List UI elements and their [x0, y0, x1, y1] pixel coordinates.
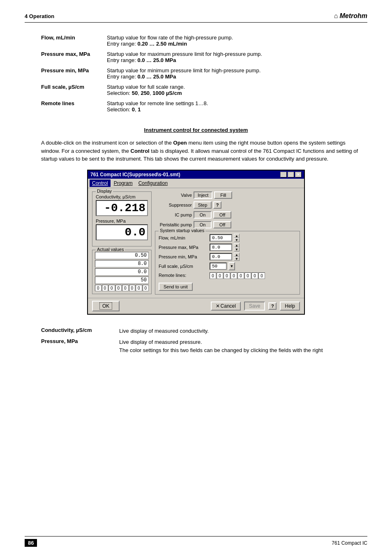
table-row: Pressure min, MPa Startup value for mini… [25, 65, 367, 82]
actual-remote-lines: 0 0 0 0 0 0 0 0 [95, 285, 149, 291]
remote-startup-3[interactable]: 0 [231, 272, 237, 279]
param-desc-pressure-min: Startup value for minimum pressure limit… [99, 65, 367, 82]
startup-pressure-max-label: Pressure max, MPa [159, 245, 208, 250]
remote-actual-7: 0 [143, 285, 149, 291]
peristaltic-on-button[interactable]: On [194, 221, 212, 228]
titlebar-buttons: _ □ ✕ [280, 172, 302, 177]
startup-values-group: System startup values Flow, mL/min ▲ ▼ [155, 231, 300, 295]
pressure-display[interactable]: 0.0 [96, 224, 148, 240]
actual-value-flow: 0.50 [95, 252, 149, 259]
remote-actual-1: 0 [102, 285, 108, 291]
bottom-pressure-text: Live display of measured pressure. [119, 339, 202, 345]
param-desc-flow: Startup value for flow rate of the high-… [99, 32, 367, 49]
minimize-button[interactable]: _ [280, 172, 287, 177]
chapter-title: 4 Operation [25, 13, 54, 19]
startup-fullscale-label: Full scale, µS/cm [159, 264, 208, 269]
cancel-x-icon: ✕ [216, 303, 220, 309]
ic-pump-off-button[interactable]: Off [213, 211, 231, 219]
bottom-params: Conductivity, µS/cm Live display of meas… [25, 327, 367, 355]
left-panel: Display Conductivity, µS/cm -0.218 Press… [92, 191, 152, 295]
suppressor-step-button[interactable]: Step [194, 201, 212, 209]
remote-startup-2[interactable]: 0 [224, 272, 230, 279]
close-button[interactable]: ✕ [295, 172, 302, 177]
bottom-pressure-value: Live display of measured pressure. The c… [119, 338, 367, 354]
tab-control[interactable]: Control [90, 180, 111, 187]
cancel-button[interactable]: ✕ Cancel [211, 302, 241, 311]
remote-startup-7[interactable]: 0 [258, 272, 265, 279]
body-text: A double-click on the instrument icon or… [25, 139, 367, 163]
peristaltic-off-button[interactable]: Off [213, 221, 231, 228]
ic-pump-on-button[interactable]: On [194, 211, 212, 219]
help-label: Help [285, 303, 295, 309]
actual-values-group: Actual values 0.50 8.0 0.0 50 0 0 0 0 0 [92, 250, 152, 294]
suppressor-help-button[interactable]: ? [213, 201, 221, 209]
bottom-pressure-label: Pressure, MPa [41, 338, 107, 354]
valve-inject-button[interactable]: Inject [194, 191, 212, 199]
startup-flow-input[interactable] [210, 234, 232, 242]
tab-program[interactable]: Program [111, 180, 135, 187]
remote-startup-0[interactable]: 0 [210, 272, 216, 279]
peristaltic-row: Peristaltic pump On Off [155, 221, 300, 228]
suppressor-label: Suppressor [155, 203, 192, 207]
remote-startup-5[interactable]: 0 [244, 272, 251, 279]
valve-label: Valve [155, 193, 192, 198]
startup-pressure-min-input[interactable] [210, 253, 232, 260]
spin-down[interactable]: ▼ [234, 247, 240, 251]
param-label-flow: Flow, mL/min [25, 32, 99, 49]
param-label-pressure-max: Pressure max, MPa [25, 49, 99, 65]
ic-pump-row: IC pump On Off [155, 211, 300, 219]
actual-value-fullscale: 50 [95, 276, 149, 284]
spin-up[interactable]: ▲ [234, 243, 240, 247]
dialog-title: 761 Compact IC(Suppressed\s-01.smt) [90, 172, 180, 177]
startup-remote-row: Remote lines: 0 0 0 0 0 0 0 0 [159, 272, 296, 279]
conductivity-label: Conductivity, µS/cm [96, 194, 148, 199]
help-button[interactable]: Help [280, 302, 300, 311]
actual-value-pressure-max: 8.0 [95, 260, 149, 267]
metrohm-logo: ⌂ Metrohm [334, 12, 367, 20]
spin-up[interactable]: ▲ [234, 234, 240, 238]
actual-value-pressure-min: 0.0 [95, 268, 149, 276]
table-row: Pressure max, MPa Startup value for maxi… [25, 49, 367, 65]
remote-startup-4[interactable]: 0 [238, 272, 244, 279]
conductivity-display[interactable]: -0.218 [96, 200, 148, 216]
spin-down[interactable]: ▼ [234, 238, 240, 242]
table-row: Flow, mL/min Startup value for flow rate… [25, 32, 367, 49]
valve-fill-button[interactable]: Fill [214, 191, 232, 199]
footer-left: OK [92, 301, 120, 311]
remote-actual-6: 0 [136, 285, 142, 291]
bottom-param-pressure: Pressure, MPa Live display of measured p… [41, 338, 367, 354]
startup-remote-boxes: 0 0 0 0 0 0 0 0 [210, 272, 265, 279]
startup-pressure-min-spinner: ▲ ▼ [234, 253, 240, 261]
table-row: Remote lines Startup value for remote li… [25, 98, 367, 115]
tab-configuration[interactable]: Configuration [136, 180, 170, 187]
startup-fullscale-input[interactable] [210, 263, 227, 270]
dialog-wrapper: 761 Compact IC(Suppressed\s-01.smt) _ □ … [25, 170, 367, 315]
restore-button[interactable]: □ [288, 172, 294, 177]
footer-right: ✕ Cancel Save ? Help [211, 302, 300, 311]
save-button[interactable]: Save [244, 302, 265, 311]
send-to-unit-button[interactable]: Send to unit [159, 283, 193, 291]
remote-startup-1[interactable]: 0 [217, 272, 223, 279]
remote-actual-3: 0 [115, 285, 122, 291]
dialog-body: Display Conductivity, µS/cm -0.218 Press… [88, 188, 304, 298]
fullscale-dropdown-button[interactable]: ▼ [228, 262, 235, 270]
startup-pressure-max-input[interactable] [210, 244, 232, 251]
param-desc-fullscale: Startup value for full scale range. Sele… [99, 82, 367, 98]
peristaltic-label: Peristaltic pump [155, 222, 192, 227]
ok-button[interactable]: OK [92, 301, 120, 311]
param-desc-remote: Startup value for remote line settings 1… [99, 98, 367, 115]
startup-pressure-min-row: Pressure min, MPa ▲ ▼ [159, 253, 296, 261]
brand-name: Metrohm [339, 12, 367, 20]
remote-actual-5: 0 [129, 285, 136, 291]
param-label-fullscale: Full scale, µS/cm [25, 82, 99, 98]
display-group: Display Conductivity, µS/cm -0.218 Press… [92, 191, 152, 246]
param-desc-pressure-max: Startup value for maximum pressure limit… [99, 49, 367, 65]
table-row: Full scale, µS/cm Startup value for full… [25, 82, 367, 98]
spin-down[interactable]: ▼ [234, 257, 240, 261]
remote-startup-6[interactable]: 0 [251, 272, 258, 279]
pressure-label: Pressure, MPa [96, 219, 148, 223]
dialog-help-icon[interactable]: ? [268, 302, 277, 310]
param-label-remote: Remote lines [25, 98, 99, 115]
spin-up[interactable]: ▲ [234, 253, 240, 257]
remote-actual-4: 0 [122, 285, 129, 291]
